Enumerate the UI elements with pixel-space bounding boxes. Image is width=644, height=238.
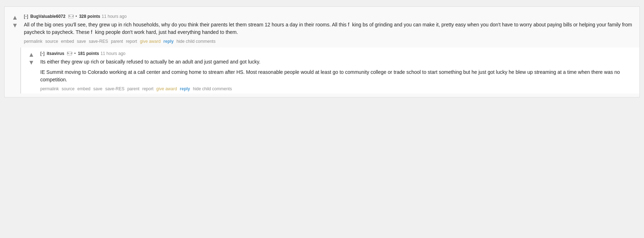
comment-body-1: [-] BugValuable6072 • 328 points 11 hour… — [24, 14, 634, 44]
save-res-link-2[interactable]: save-RES — [105, 86, 124, 91]
collapse-button-2[interactable]: [-] — [40, 51, 45, 56]
source-link-1[interactable]: source — [45, 39, 58, 44]
dot-sep-1: • — [76, 14, 77, 19]
reply-link-2[interactable]: reply — [180, 86, 190, 91]
comment-actions-1: permalink source embed save save-RES par… — [24, 39, 634, 44]
comment-1: ▲ ▼ [-] BugValuable6072 • 328 points 11 … — [5, 10, 639, 46]
comment-text-2a: Its either they grew up rich or basicall… — [40, 58, 634, 66]
comment-actions-2: permalink source embed save save-RES par… — [40, 86, 634, 91]
dot-sep-2: • — [74, 51, 76, 56]
embed-link-1[interactable]: embed — [61, 39, 74, 44]
hide-child-link-1[interactable]: hide child comments — [176, 39, 215, 44]
timestamp-2: 11 hours ago — [101, 51, 125, 56]
parent-link-2[interactable]: parent — [127, 86, 139, 91]
reply-link-1[interactable]: reply — [164, 39, 174, 44]
save-link-1[interactable]: save — [77, 39, 86, 44]
downvote-button-1[interactable]: ▼ — [12, 22, 18, 30]
username-2[interactable]: itsavirus — [47, 51, 64, 56]
username-1[interactable]: BugValuable6072 — [30, 14, 66, 19]
give-award-link-2[interactable]: give award — [156, 86, 177, 91]
envelope-icon-2[interactable] — [67, 52, 72, 55]
timestamp-1: 11 hours ago — [102, 14, 127, 19]
comment-2: ▲ ▼ [-] itsavirus • 181 points 11 hours … — [21, 47, 639, 93]
embed-link-2[interactable]: embed — [77, 86, 91, 91]
save-res-link-1[interactable]: save-RES — [89, 39, 108, 44]
comment-text-1: All of the big ones you'll see, they gre… — [24, 21, 634, 36]
vote-column-1: ▲ ▼ — [10, 14, 20, 44]
save-link-2[interactable]: save — [93, 86, 102, 91]
comment-text-2b: IE Summit moving to Colorado working at … — [40, 69, 634, 83]
child-comment-wrapper: ▲ ▼ [-] itsavirus • 181 points 11 hours … — [20, 47, 639, 93]
points-1: 328 points — [79, 14, 100, 19]
comment-body-2: [-] itsavirus • 181 points 11 hours ago … — [40, 51, 634, 91]
vote-column-2: ▲ ▼ — [26, 51, 37, 91]
source-link-2[interactable]: source — [62, 86, 74, 91]
downvote-button-2[interactable]: ▼ — [28, 59, 35, 67]
give-award-link-1[interactable]: give award — [140, 39, 161, 44]
page-container: ▲ ▼ [-] BugValuable6072 • 328 points 11 … — [0, 0, 644, 238]
points-2: 181 points — [78, 51, 99, 56]
report-link-1[interactable]: report — [126, 39, 137, 44]
upvote-button-1[interactable]: ▲ — [12, 14, 18, 22]
hide-child-link-2[interactable]: hide child comments — [193, 86, 232, 91]
parent-link-1[interactable]: parent — [111, 39, 123, 44]
permalink-link-1[interactable]: permalink — [24, 39, 42, 44]
permalink-link-2[interactable]: permalink — [40, 86, 59, 91]
comment-thread: ▲ ▼ [-] BugValuable6072 • 328 points 11 … — [4, 6, 640, 97]
collapse-button-1[interactable]: [-] — [24, 14, 28, 19]
envelope-icon-1[interactable] — [68, 15, 73, 18]
comment-header-1: [-] BugValuable6072 • 328 points 11 hour… — [24, 14, 634, 19]
report-link-2[interactable]: report — [142, 86, 153, 91]
upvote-button-2[interactable]: ▲ — [28, 51, 35, 59]
comment-header-2: [-] itsavirus • 181 points 11 hours ago — [40, 51, 634, 56]
